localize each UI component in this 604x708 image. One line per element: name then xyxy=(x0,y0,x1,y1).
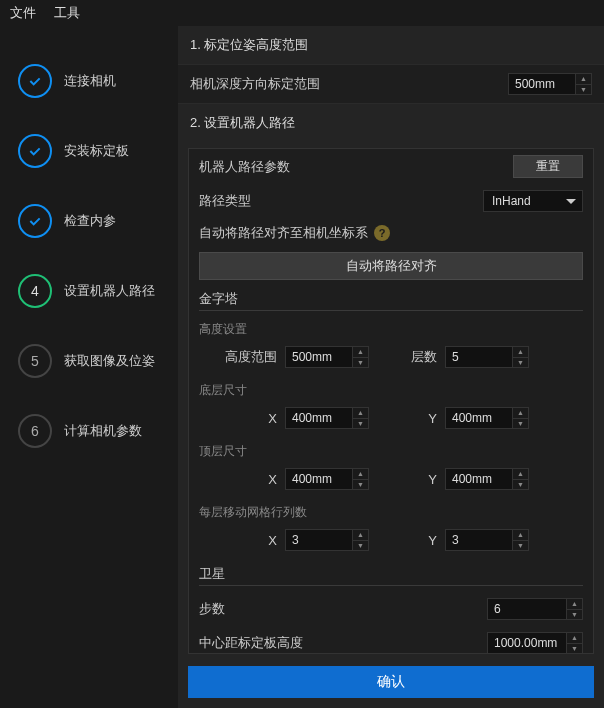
step-6[interactable]: 6 计算相机参数 xyxy=(0,396,178,466)
chevron-up-icon[interactable]: ▲ xyxy=(567,633,582,644)
bottom-x-spinner[interactable]: ▲▼ xyxy=(285,407,369,429)
spinner-arrows[interactable]: ▲ ▼ xyxy=(576,73,592,95)
height-row: 高度范围 ▲▼ 层数 ▲▼ xyxy=(199,342,583,378)
step-number-icon: 4 xyxy=(18,274,52,308)
chevron-down-icon[interactable]: ▼ xyxy=(353,480,368,490)
check-icon xyxy=(18,134,52,168)
chevron-up-icon[interactable]: ▲ xyxy=(353,469,368,480)
chevron-down-icon[interactable]: ▼ xyxy=(353,541,368,551)
sidebar: 连接相机 安装标定板 检查内参 4 设置机器人路径 5 获取图像及位姿 6 计算… xyxy=(0,26,178,708)
top-x-spinner[interactable]: ▲▼ xyxy=(285,468,369,490)
step-1-label: 连接相机 xyxy=(64,72,116,90)
chevron-down-icon[interactable]: ▼ xyxy=(567,644,582,654)
step-number-icon: 6 xyxy=(18,414,52,448)
chevron-down-icon xyxy=(566,199,576,204)
params-label: 机器人路径参数 xyxy=(199,158,513,176)
path-type-value: InHand xyxy=(492,194,531,208)
sat-center-label: 中心距标定板高度 xyxy=(199,634,487,652)
help-icon[interactable]: ? xyxy=(374,225,390,241)
top-y-input[interactable] xyxy=(445,468,513,490)
top-x-input[interactable] xyxy=(285,468,353,490)
top-y-spinner[interactable]: ▲▼ xyxy=(445,468,529,490)
height-range-input[interactable] xyxy=(285,346,353,368)
pyramid-title: 金字塔 xyxy=(199,286,583,311)
grid-y-input[interactable] xyxy=(445,529,513,551)
depth-range-label: 相机深度方向标定范围 xyxy=(190,75,500,93)
chevron-down-icon[interactable]: ▼ xyxy=(513,358,528,368)
bottom-size-row: X ▲▼ Y ▲▼ xyxy=(199,403,583,439)
check-icon xyxy=(18,204,52,238)
bottom-x-input[interactable] xyxy=(285,407,353,429)
depth-range-row: 相机深度方向标定范围 ▲ ▼ xyxy=(178,64,604,104)
chevron-down-icon[interactable]: ▼ xyxy=(513,480,528,490)
step-4-label: 设置机器人路径 xyxy=(64,282,155,300)
menu-tools[interactable]: 工具 xyxy=(54,4,80,22)
sat-steps-input[interactable] xyxy=(487,598,567,620)
params-header-row: 机器人路径参数 重置 xyxy=(189,149,593,184)
chevron-up-icon[interactable]: ▲ xyxy=(513,469,528,480)
sat-center-spinner[interactable]: ▲▼ xyxy=(487,632,583,653)
layers-label: 层数 xyxy=(377,348,437,366)
grid-x-input[interactable] xyxy=(285,529,353,551)
chevron-up-icon[interactable]: ▲ xyxy=(353,408,368,419)
chevron-down-icon[interactable]: ▼ xyxy=(353,419,368,429)
path-type-select[interactable]: InHand xyxy=(483,190,583,212)
align-label-row: 自动将路径对齐至相机坐标系 ? xyxy=(189,218,593,248)
section1-title: 1. 标定位姿高度范围 xyxy=(178,26,604,64)
step-2[interactable]: 安装标定板 xyxy=(0,116,178,186)
content: 连接相机 安装标定板 检查内参 4 设置机器人路径 5 获取图像及位姿 6 计算… xyxy=(0,26,604,708)
chevron-up-icon[interactable]: ▲ xyxy=(513,408,528,419)
height-section-label: 高度设置 xyxy=(199,317,583,342)
bottom-y-input[interactable] xyxy=(445,407,513,429)
chevron-up-icon[interactable]: ▲ xyxy=(567,599,582,610)
step-6-label: 计算相机参数 xyxy=(64,422,142,440)
height-range-spinner[interactable]: ▲▼ xyxy=(285,346,369,368)
chevron-down-icon[interactable]: ▼ xyxy=(567,610,582,620)
chevron-down-icon[interactable]: ▼ xyxy=(353,358,368,368)
grid-row: X ▲▼ Y ▲▼ xyxy=(199,525,583,561)
step-4[interactable]: 4 设置机器人路径 xyxy=(0,256,178,326)
chevron-up-icon[interactable]: ▲ xyxy=(576,74,591,85)
step-number-icon: 5 xyxy=(18,344,52,378)
menu-file[interactable]: 文件 xyxy=(10,4,36,22)
chevron-up-icon[interactable]: ▲ xyxy=(353,347,368,358)
sat-center-row: 中心距标定板高度 ▲▼ xyxy=(199,626,583,653)
step-3[interactable]: 检查内参 xyxy=(0,186,178,256)
scroll-area[interactable]: 金字塔 高度设置 高度范围 ▲▼ 层数 ▲▼ 底层尺寸 X xyxy=(189,286,593,653)
auto-align-button[interactable]: 自动将路径对齐 xyxy=(199,252,583,280)
y-label: Y xyxy=(377,533,437,548)
y-label: Y xyxy=(377,411,437,426)
layers-input[interactable] xyxy=(445,346,513,368)
grid-y-spinner[interactable]: ▲▼ xyxy=(445,529,529,551)
chevron-up-icon[interactable]: ▲ xyxy=(513,347,528,358)
sat-steps-label: 步数 xyxy=(199,600,487,618)
chevron-down-icon[interactable]: ▼ xyxy=(513,419,528,429)
grid-label: 每层移动网格行列数 xyxy=(199,500,583,525)
depth-range-input[interactable] xyxy=(508,73,576,95)
step-3-label: 检查内参 xyxy=(64,212,116,230)
reset-button[interactable]: 重置 xyxy=(513,155,583,178)
bottom-y-spinner[interactable]: ▲▼ xyxy=(445,407,529,429)
top-size-row: X ▲▼ Y ▲▼ xyxy=(199,464,583,500)
grid-x-spinner[interactable]: ▲▼ xyxy=(285,529,369,551)
path-type-row: 路径类型 InHand xyxy=(189,184,593,218)
align-label: 自动将路径对齐至相机坐标系 xyxy=(199,224,368,242)
step-2-label: 安装标定板 xyxy=(64,142,129,160)
y-label: Y xyxy=(377,472,437,487)
x-label: X xyxy=(199,472,277,487)
x-label: X xyxy=(199,533,277,548)
step-1[interactable]: 连接相机 xyxy=(0,46,178,116)
chevron-up-icon[interactable]: ▲ xyxy=(353,530,368,541)
layers-spinner[interactable]: ▲▼ xyxy=(445,346,529,368)
sat-steps-spinner[interactable]: ▲▼ xyxy=(487,598,583,620)
depth-range-spinner[interactable]: ▲ ▼ xyxy=(508,73,592,95)
chevron-up-icon[interactable]: ▲ xyxy=(513,530,528,541)
chevron-down-icon[interactable]: ▼ xyxy=(576,85,591,95)
menubar: 文件 工具 xyxy=(0,0,604,26)
section2-title: 2. 设置机器人路径 xyxy=(178,104,604,142)
step-5[interactable]: 5 获取图像及位姿 xyxy=(0,326,178,396)
confirm-button[interactable]: 确认 xyxy=(188,666,594,698)
chevron-down-icon[interactable]: ▼ xyxy=(513,541,528,551)
top-size-label: 顶层尺寸 xyxy=(199,439,583,464)
sat-center-input[interactable] xyxy=(487,632,567,653)
